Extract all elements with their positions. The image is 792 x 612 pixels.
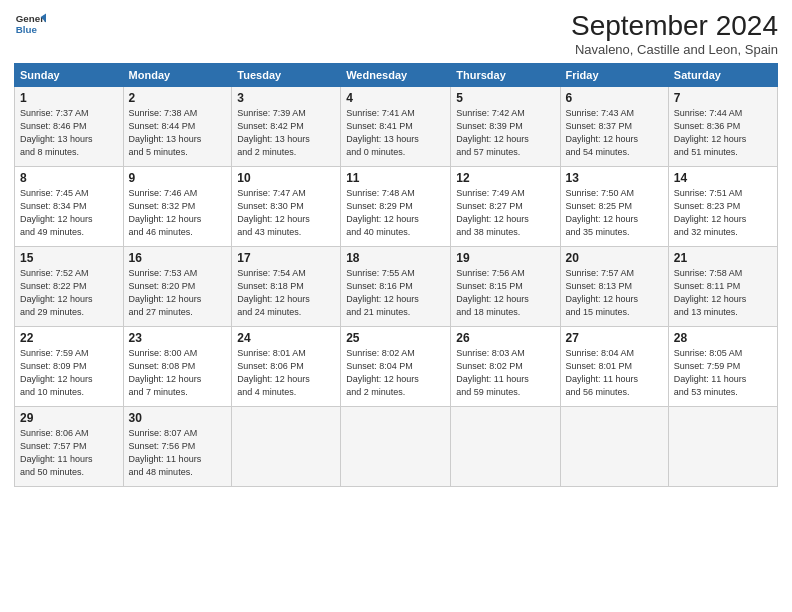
calendar-week-row: 8Sunrise: 7:45 AMSunset: 8:34 PMDaylight… — [15, 167, 778, 247]
day-number: 19 — [456, 251, 554, 265]
day-info: Sunrise: 7:51 AMSunset: 8:23 PMDaylight:… — [674, 188, 747, 237]
day-number: 12 — [456, 171, 554, 185]
day-info: Sunrise: 7:49 AMSunset: 8:27 PMDaylight:… — [456, 188, 529, 237]
page-title: September 2024 — [571, 10, 778, 42]
calendar-cell: 21Sunrise: 7:58 AMSunset: 8:11 PMDayligh… — [668, 247, 777, 327]
calendar-cell: 22Sunrise: 7:59 AMSunset: 8:09 PMDayligh… — [15, 327, 124, 407]
header-saturday: Saturday — [668, 64, 777, 87]
calendar-cell: 11Sunrise: 7:48 AMSunset: 8:29 PMDayligh… — [341, 167, 451, 247]
calendar-cell: 20Sunrise: 7:57 AMSunset: 8:13 PMDayligh… — [560, 247, 668, 327]
logo: General Blue — [14, 10, 46, 42]
day-info: Sunrise: 8:00 AMSunset: 8:08 PMDaylight:… — [129, 348, 202, 397]
day-number: 1 — [20, 91, 118, 105]
calendar-cell — [560, 407, 668, 487]
day-info: Sunrise: 8:01 AMSunset: 8:06 PMDaylight:… — [237, 348, 310, 397]
calendar-cell: 26Sunrise: 8:03 AMSunset: 8:02 PMDayligh… — [451, 327, 560, 407]
day-info: Sunrise: 7:56 AMSunset: 8:15 PMDaylight:… — [456, 268, 529, 317]
calendar-cell: 2Sunrise: 7:38 AMSunset: 8:44 PMDaylight… — [123, 87, 232, 167]
day-info: Sunrise: 7:58 AMSunset: 8:11 PMDaylight:… — [674, 268, 747, 317]
header-tuesday: Tuesday — [232, 64, 341, 87]
day-number: 11 — [346, 171, 445, 185]
header-wednesday: Wednesday — [341, 64, 451, 87]
header-monday: Monday — [123, 64, 232, 87]
day-info: Sunrise: 7:48 AMSunset: 8:29 PMDaylight:… — [346, 188, 419, 237]
calendar-cell: 23Sunrise: 8:00 AMSunset: 8:08 PMDayligh… — [123, 327, 232, 407]
day-number: 3 — [237, 91, 335, 105]
page-subtitle: Navaleno, Castille and Leon, Spain — [571, 42, 778, 57]
calendar-cell: 12Sunrise: 7:49 AMSunset: 8:27 PMDayligh… — [451, 167, 560, 247]
day-info: Sunrise: 7:45 AMSunset: 8:34 PMDaylight:… — [20, 188, 93, 237]
calendar-cell: 8Sunrise: 7:45 AMSunset: 8:34 PMDaylight… — [15, 167, 124, 247]
day-number: 15 — [20, 251, 118, 265]
day-number: 26 — [456, 331, 554, 345]
calendar-cell: 25Sunrise: 8:02 AMSunset: 8:04 PMDayligh… — [341, 327, 451, 407]
calendar-cell: 10Sunrise: 7:47 AMSunset: 8:30 PMDayligh… — [232, 167, 341, 247]
calendar-cell: 1Sunrise: 7:37 AMSunset: 8:46 PMDaylight… — [15, 87, 124, 167]
day-number: 17 — [237, 251, 335, 265]
calendar-cell: 14Sunrise: 7:51 AMSunset: 8:23 PMDayligh… — [668, 167, 777, 247]
calendar-cell — [668, 407, 777, 487]
calendar-cell: 18Sunrise: 7:55 AMSunset: 8:16 PMDayligh… — [341, 247, 451, 327]
header: General Blue September 2024 Navaleno, Ca… — [14, 10, 778, 57]
calendar-cell: 15Sunrise: 7:52 AMSunset: 8:22 PMDayligh… — [15, 247, 124, 327]
calendar-week-row: 29Sunrise: 8:06 AMSunset: 7:57 PMDayligh… — [15, 407, 778, 487]
calendar-week-row: 15Sunrise: 7:52 AMSunset: 8:22 PMDayligh… — [15, 247, 778, 327]
day-number: 13 — [566, 171, 663, 185]
calendar-cell: 6Sunrise: 7:43 AMSunset: 8:37 PMDaylight… — [560, 87, 668, 167]
calendar-cell: 17Sunrise: 7:54 AMSunset: 8:18 PMDayligh… — [232, 247, 341, 327]
day-number: 23 — [129, 331, 227, 345]
day-number: 7 — [674, 91, 772, 105]
calendar-cell: 29Sunrise: 8:06 AMSunset: 7:57 PMDayligh… — [15, 407, 124, 487]
day-number: 6 — [566, 91, 663, 105]
day-info: Sunrise: 8:07 AMSunset: 7:56 PMDaylight:… — [129, 428, 202, 477]
day-number: 16 — [129, 251, 227, 265]
day-number: 8 — [20, 171, 118, 185]
day-info: Sunrise: 7:50 AMSunset: 8:25 PMDaylight:… — [566, 188, 639, 237]
day-info: Sunrise: 7:57 AMSunset: 8:13 PMDaylight:… — [566, 268, 639, 317]
day-number: 21 — [674, 251, 772, 265]
day-number: 20 — [566, 251, 663, 265]
day-number: 5 — [456, 91, 554, 105]
day-info: Sunrise: 7:55 AMSunset: 8:16 PMDaylight:… — [346, 268, 419, 317]
day-info: Sunrise: 7:42 AMSunset: 8:39 PMDaylight:… — [456, 108, 529, 157]
calendar-week-row: 22Sunrise: 7:59 AMSunset: 8:09 PMDayligh… — [15, 327, 778, 407]
day-info: Sunrise: 8:05 AMSunset: 7:59 PMDaylight:… — [674, 348, 747, 397]
day-info: Sunrise: 7:54 AMSunset: 8:18 PMDaylight:… — [237, 268, 310, 317]
calendar-cell: 28Sunrise: 8:05 AMSunset: 7:59 PMDayligh… — [668, 327, 777, 407]
logo-icon: General Blue — [14, 10, 46, 42]
calendar-cell: 30Sunrise: 8:07 AMSunset: 7:56 PMDayligh… — [123, 407, 232, 487]
calendar-cell: 27Sunrise: 8:04 AMSunset: 8:01 PMDayligh… — [560, 327, 668, 407]
day-number: 10 — [237, 171, 335, 185]
calendar-cell: 19Sunrise: 7:56 AMSunset: 8:15 PMDayligh… — [451, 247, 560, 327]
day-number: 22 — [20, 331, 118, 345]
calendar-cell: 24Sunrise: 8:01 AMSunset: 8:06 PMDayligh… — [232, 327, 341, 407]
day-number: 27 — [566, 331, 663, 345]
calendar-cell: 9Sunrise: 7:46 AMSunset: 8:32 PMDaylight… — [123, 167, 232, 247]
calendar-cell: 16Sunrise: 7:53 AMSunset: 8:20 PMDayligh… — [123, 247, 232, 327]
calendar-cell: 7Sunrise: 7:44 AMSunset: 8:36 PMDaylight… — [668, 87, 777, 167]
calendar-cell: 4Sunrise: 7:41 AMSunset: 8:41 PMDaylight… — [341, 87, 451, 167]
day-info: Sunrise: 7:38 AMSunset: 8:44 PMDaylight:… — [129, 108, 202, 157]
day-info: Sunrise: 8:02 AMSunset: 8:04 PMDaylight:… — [346, 348, 419, 397]
calendar-table: Sunday Monday Tuesday Wednesday Thursday… — [14, 63, 778, 487]
day-number: 24 — [237, 331, 335, 345]
calendar-cell: 3Sunrise: 7:39 AMSunset: 8:42 PMDaylight… — [232, 87, 341, 167]
header-thursday: Thursday — [451, 64, 560, 87]
day-number: 28 — [674, 331, 772, 345]
calendar-header-row: Sunday Monday Tuesday Wednesday Thursday… — [15, 64, 778, 87]
day-info: Sunrise: 7:47 AMSunset: 8:30 PMDaylight:… — [237, 188, 310, 237]
day-info: Sunrise: 7:44 AMSunset: 8:36 PMDaylight:… — [674, 108, 747, 157]
day-number: 9 — [129, 171, 227, 185]
day-number: 25 — [346, 331, 445, 345]
calendar-cell — [341, 407, 451, 487]
calendar-cell — [232, 407, 341, 487]
day-info: Sunrise: 8:06 AMSunset: 7:57 PMDaylight:… — [20, 428, 93, 477]
day-number: 2 — [129, 91, 227, 105]
day-info: Sunrise: 7:46 AMSunset: 8:32 PMDaylight:… — [129, 188, 202, 237]
calendar-cell: 13Sunrise: 7:50 AMSunset: 8:25 PMDayligh… — [560, 167, 668, 247]
svg-text:Blue: Blue — [16, 24, 38, 35]
header-sunday: Sunday — [15, 64, 124, 87]
day-info: Sunrise: 8:03 AMSunset: 8:02 PMDaylight:… — [456, 348, 529, 397]
day-info: Sunrise: 7:43 AMSunset: 8:37 PMDaylight:… — [566, 108, 639, 157]
calendar-cell — [451, 407, 560, 487]
